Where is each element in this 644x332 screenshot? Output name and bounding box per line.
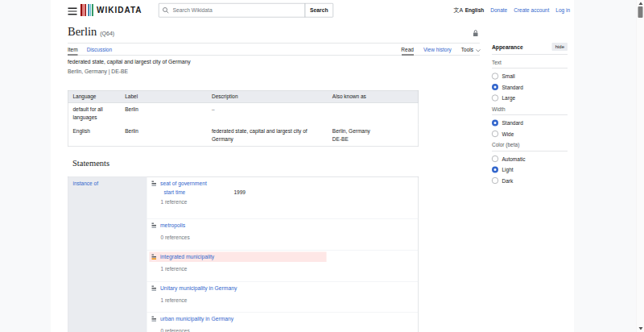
content-area: WIKIDATA Search 文A English Donate Create… xyxy=(51,0,574,332)
tab-view-history[interactable]: View history xyxy=(423,47,452,56)
rank-selector-icon[interactable] xyxy=(152,181,157,187)
tab-discussion[interactable]: Discussion xyxy=(87,47,112,56)
cell-description: – xyxy=(207,102,328,124)
main-menu-icon[interactable] xyxy=(67,6,78,17)
statement-values: seat of government start time 1999 1 ref… xyxy=(147,177,419,332)
statement-unitary-municipality: Unitary municipality in Germany 1 refere… xyxy=(147,282,419,313)
references-toggle[interactable]: 1 reference xyxy=(161,266,415,272)
rank-selector-icon-deprecated[interactable] xyxy=(152,255,157,260)
statement-group: instance of seat of government start tim… xyxy=(68,176,419,332)
donate-link[interactable]: Donate xyxy=(490,7,507,14)
vertical-scrollbar[interactable] xyxy=(637,0,644,332)
references-toggle[interactable]: 0 references xyxy=(161,234,415,241)
radio-color-light[interactable]: Light xyxy=(492,167,568,173)
language-icon: 文A xyxy=(454,6,464,14)
qualifier-property-link[interactable]: start time xyxy=(164,189,234,196)
statement-integrated-municipality: integrated municipality 1 reference xyxy=(147,251,419,282)
cell-language: English xyxy=(68,124,120,146)
scrollbar-thumb[interactable] xyxy=(638,6,643,18)
radio-icon[interactable] xyxy=(492,95,498,102)
radio-icon[interactable] xyxy=(492,167,498,173)
cell-label: Berlin xyxy=(120,124,207,146)
tab-read[interactable]: Read xyxy=(401,47,414,56)
col-description: Description xyxy=(207,90,328,102)
radio-text-standard[interactable]: Standard xyxy=(492,84,568,90)
appearance-panel: Appearance hide Text Small Standard Larg… xyxy=(492,43,568,184)
cell-also-known-as xyxy=(328,102,419,124)
search-button[interactable]: Search xyxy=(305,3,334,18)
terms-table: Language Label Description Also known as… xyxy=(68,90,419,147)
rank-selector-icon[interactable] xyxy=(152,286,157,292)
protection-lock-icon xyxy=(473,29,480,39)
radio-icon[interactable] xyxy=(492,177,498,184)
tab-item[interactable]: Item xyxy=(68,47,78,56)
cell-label: Berlin xyxy=(120,102,207,124)
statement-value-link[interactable]: urban municipality in Germany xyxy=(160,316,233,322)
radio-text-large[interactable]: Large xyxy=(492,95,568,102)
page-title: Berlin xyxy=(68,25,97,38)
statement-urban-municipality: urban municipality in Germany 0 referenc… xyxy=(147,313,419,332)
language-selector[interactable]: 文A English xyxy=(454,6,485,14)
col-also-known-as: Also known as xyxy=(328,90,419,102)
create-account-link[interactable]: Create account xyxy=(514,7,549,14)
qualifier-value: 1999 xyxy=(234,189,246,196)
alias-line: Berlin, Germany xyxy=(332,127,414,135)
wikidata-wordmark: WIKIDATA xyxy=(97,6,142,15)
table-row: default for all languages Berlin – xyxy=(68,102,419,124)
qualifier-row: start time 1999 xyxy=(164,189,415,196)
search-input[interactable] xyxy=(159,3,305,18)
login-link[interactable]: Log in xyxy=(555,7,570,14)
wikidata-page: WIKIDATA Search 文A English Donate Create… xyxy=(0,0,644,332)
radio-icon[interactable] xyxy=(492,84,498,90)
scroll-down-icon[interactable] xyxy=(639,327,643,330)
statement-value-link[interactable]: metropolis xyxy=(160,222,185,229)
radio-icon[interactable] xyxy=(492,73,498,80)
references-toggle[interactable]: 1 reference xyxy=(161,297,415,304)
rank-selector-icon[interactable] xyxy=(152,317,157,322)
cell-also-known-as: Berlin, Germany DE-BE xyxy=(328,124,419,146)
section-label-width: Width xyxy=(492,106,568,116)
chevron-down-icon[interactable] xyxy=(476,48,481,52)
statement-value-link[interactable]: Unitary municipality in Germany xyxy=(160,285,237,292)
entity-description: federated state, capital and largest cit… xyxy=(68,59,191,65)
section-label-color: Color (beta) xyxy=(492,142,568,151)
statements-heading: Statements xyxy=(72,158,109,168)
radio-color-automatic[interactable]: Automatic xyxy=(492,156,568,162)
search-icon xyxy=(163,7,170,15)
statement-value-link[interactable]: seat of government xyxy=(160,181,207,187)
entity-aliases: Berlin, Germany | DE-BE xyxy=(68,68,128,75)
rank-selector-icon[interactable] xyxy=(152,223,157,229)
col-label: Label xyxy=(120,90,207,102)
alias-line: DE-BE xyxy=(332,135,414,143)
entity-id: (Q64) xyxy=(100,31,114,37)
terms-header-row: Language Label Description Also known as xyxy=(68,90,419,102)
radio-icon[interactable] xyxy=(492,156,498,162)
search-bar: Search xyxy=(159,3,333,18)
page-tabs: Item Discussion Read View history Tools xyxy=(68,44,480,56)
col-language: Language xyxy=(68,90,120,102)
references-toggle[interactable]: 1 reference xyxy=(161,199,415,205)
radio-icon[interactable] xyxy=(492,131,498,137)
user-nav: 文A English Donate Create account Log in xyxy=(454,6,570,14)
cell-description: federated state, capital and largest cit… xyxy=(207,124,328,146)
radio-width-standard[interactable]: Standard xyxy=(492,120,568,127)
scroll-up-icon[interactable] xyxy=(639,2,643,6)
table-row: English Berlin federated state, capital … xyxy=(68,124,419,146)
hide-appearance-button[interactable]: hide xyxy=(552,43,568,51)
tab-tools[interactable]: Tools xyxy=(461,47,473,56)
statement-seat-of-government: seat of government start time 1999 1 ref… xyxy=(147,177,419,219)
title-row: Berlin(Q64) xyxy=(68,25,480,44)
statement-metropolis: metropolis 0 references xyxy=(147,219,419,251)
appearance-title: Appearance xyxy=(492,44,523,50)
section-label-text: Text xyxy=(492,60,568,69)
radio-text-small[interactable]: Small xyxy=(492,73,568,80)
radio-icon[interactable] xyxy=(492,120,498,127)
wikidata-logo[interactable]: WIKIDATA xyxy=(80,4,142,16)
statement-value-link[interactable]: integrated municipality xyxy=(160,254,214,260)
cell-language: default for all languages xyxy=(68,102,120,124)
property-link-instance-of[interactable]: instance of xyxy=(73,181,98,187)
references-toggle[interactable]: 0 references xyxy=(161,328,415,332)
language-label: English xyxy=(465,7,484,14)
radio-color-dark[interactable]: Dark xyxy=(492,177,568,184)
radio-width-wide[interactable]: Wide xyxy=(492,131,568,137)
